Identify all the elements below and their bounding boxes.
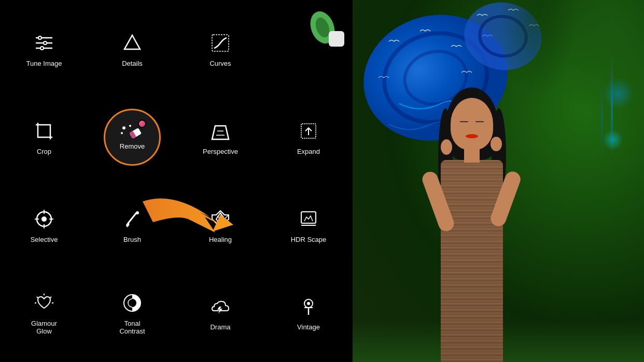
vintage-icon bbox=[296, 294, 321, 319]
svg-rect-35 bbox=[301, 212, 316, 223]
svg-point-12 bbox=[129, 125, 131, 127]
hdr-scape-icon bbox=[296, 207, 321, 231]
remove-circle: Remove bbox=[104, 109, 161, 166]
drama-icon bbox=[208, 294, 233, 319]
drama-label: Drama bbox=[210, 323, 230, 331]
svg-line-40 bbox=[37, 297, 38, 298]
svg-line-27 bbox=[128, 213, 136, 223]
brush-icon bbox=[120, 207, 145, 231]
expand-icon bbox=[296, 119, 321, 143]
perspective-label: Perspective bbox=[203, 148, 238, 156]
perspective-tool[interactable]: Perspective bbox=[176, 93, 264, 181]
selective-icon bbox=[32, 207, 57, 231]
selective-label: Selective bbox=[31, 236, 58, 244]
expand-label: Expand bbox=[297, 148, 320, 156]
remove-tool[interactable]: Remove bbox=[88, 93, 176, 181]
tonal-contrast-label: TonalContrast bbox=[119, 320, 145, 336]
details-icon bbox=[120, 31, 145, 55]
glamour-glow-tool[interactable]: GlamourGlow bbox=[0, 269, 88, 357]
tune-image-tool[interactable]: Tune Image bbox=[0, 5, 88, 93]
svg-marker-16 bbox=[212, 126, 229, 139]
crop-label: Crop bbox=[37, 148, 51, 156]
glamour-glow-icon bbox=[32, 291, 57, 315]
snapseed-logo-icon bbox=[307, 9, 348, 51]
remove-label: Remove bbox=[120, 142, 145, 151]
svg-line-38 bbox=[50, 297, 51, 298]
vintage-label: Vintage bbox=[297, 323, 320, 331]
details-label: Details bbox=[122, 60, 143, 68]
perspective-icon bbox=[208, 119, 233, 143]
details-tool[interactable]: Details bbox=[88, 5, 176, 93]
tools-panel: Tune Image Details Curves bbox=[0, 0, 353, 362]
expand-tool[interactable]: Expand bbox=[264, 93, 353, 181]
photo-background bbox=[353, 0, 644, 362]
hdr-scape-label: HDR Scape bbox=[291, 236, 327, 244]
healing-icon bbox=[208, 207, 233, 231]
curves-icon bbox=[208, 31, 233, 55]
tonal-contrast-icon bbox=[120, 291, 145, 315]
svg-rect-10 bbox=[329, 31, 344, 47]
hdr-scape-tool[interactable]: HDR Scape bbox=[264, 181, 353, 269]
tree-center bbox=[498, 0, 576, 104]
brush-tool[interactable]: Brush bbox=[88, 181, 176, 269]
svg-marker-6 bbox=[124, 35, 140, 49]
healing-label: Healing bbox=[209, 236, 232, 244]
snapseed-logo-container bbox=[264, 5, 353, 93]
svg-point-22 bbox=[41, 216, 47, 222]
selective-tool[interactable]: Selective bbox=[0, 181, 88, 269]
tune-image-icon bbox=[32, 31, 57, 55]
crop-icon bbox=[32, 119, 57, 143]
glamour-glow-label: GlamourGlow bbox=[31, 320, 57, 336]
drama-tool[interactable]: Drama bbox=[176, 269, 264, 357]
healing-tool[interactable]: Healing bbox=[176, 181, 264, 269]
svg-line-31 bbox=[225, 215, 229, 219]
svg-point-3 bbox=[38, 36, 41, 39]
svg-point-5 bbox=[40, 47, 44, 50]
brush-label: Brush bbox=[123, 236, 141, 244]
woman-silhouette bbox=[394, 62, 550, 362]
curves-tool[interactable]: Curves bbox=[176, 5, 264, 93]
crop-tool[interactable]: Crop bbox=[0, 93, 88, 181]
svg-point-11 bbox=[122, 126, 125, 129]
tune-image-label: Tune Image bbox=[26, 60, 62, 68]
curves-label: Curves bbox=[209, 60, 231, 68]
svg-point-4 bbox=[44, 41, 47, 45]
tonal-contrast-tool[interactable]: TonalContrast bbox=[88, 269, 176, 357]
svg-point-47 bbox=[307, 302, 310, 305]
photo-panel bbox=[353, 0, 644, 362]
vintage-tool[interactable]: Vintage bbox=[264, 269, 353, 357]
svg-point-13 bbox=[121, 132, 123, 134]
svg-point-28 bbox=[136, 211, 139, 214]
